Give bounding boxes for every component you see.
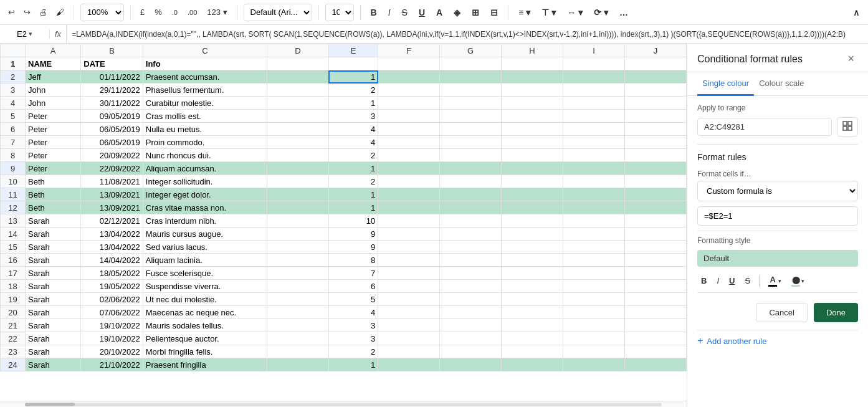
cell-E20[interactable]: 4 bbox=[328, 306, 378, 319]
cell-A13[interactable]: Sarah bbox=[26, 214, 81, 227]
cell-F1[interactable] bbox=[378, 57, 440, 70]
cell-C14[interactable]: Mauris cursus augue. bbox=[143, 227, 267, 241]
cell-E23[interactable]: 2 bbox=[328, 345, 378, 358]
fmt-bold-button[interactable]: B bbox=[697, 274, 710, 287]
cell-G24[interactable] bbox=[440, 358, 502, 371]
text-wrap-button[interactable]: ⟳ ▾ bbox=[590, 6, 612, 19]
cell-G2[interactable] bbox=[440, 70, 502, 84]
cell-D17[interactable] bbox=[267, 267, 328, 280]
cell-C12[interactable]: Cras vitae massa non. bbox=[143, 201, 267, 214]
cell-D15[interactable] bbox=[267, 241, 328, 254]
col-header-J[interactable]: J bbox=[624, 44, 686, 57]
cell-A3[interactable]: John bbox=[26, 84, 81, 97]
cell-J13[interactable] bbox=[624, 214, 686, 227]
currency-button[interactable]: £ bbox=[137, 6, 148, 19]
cell-E4[interactable]: 1 bbox=[328, 97, 378, 110]
cell-B20[interactable]: 07/06/2022 bbox=[81, 306, 143, 319]
cell-J12[interactable] bbox=[624, 201, 686, 214]
formula-value-input[interactable] bbox=[697, 206, 858, 226]
cell-A15[interactable]: Sarah bbox=[26, 241, 81, 254]
underline-button[interactable]: U bbox=[415, 6, 429, 19]
col-header-G[interactable]: G bbox=[440, 44, 502, 57]
number-format-button[interactable]: 123 ▾ bbox=[204, 6, 230, 19]
cell-G7[interactable] bbox=[440, 136, 502, 149]
cell-E1[interactable] bbox=[328, 57, 378, 70]
cell-F2[interactable] bbox=[378, 70, 440, 84]
cell-G22[interactable] bbox=[440, 332, 502, 345]
grid-container[interactable]: A B C D E F G H I J 1NAMEDATEInfo2Jeff01… bbox=[0, 44, 687, 401]
more-button[interactable]: … bbox=[616, 6, 632, 19]
cell-G3[interactable] bbox=[440, 84, 502, 97]
cell-D23[interactable] bbox=[267, 345, 328, 358]
tab-colour-scale[interactable]: Colour scale bbox=[754, 72, 809, 96]
cell-G15[interactable] bbox=[440, 241, 502, 254]
cell-B1[interactable]: DATE bbox=[81, 57, 143, 70]
cell-J19[interactable] bbox=[624, 293, 686, 306]
fmt-italic-button[interactable]: I bbox=[713, 274, 723, 287]
cell-G12[interactable] bbox=[440, 201, 502, 214]
cell-H16[interactable] bbox=[502, 254, 563, 267]
percent-button[interactable]: % bbox=[151, 6, 165, 19]
cell-J1[interactable] bbox=[624, 57, 686, 70]
h-scrollbar-thumb[interactable] bbox=[25, 403, 75, 406]
cell-D5[interactable] bbox=[267, 110, 328, 123]
cell-I11[interactable] bbox=[563, 188, 625, 201]
cell-H6[interactable] bbox=[502, 123, 563, 136]
cell-C4[interactable]: Curabitur molestie. bbox=[143, 97, 267, 110]
collapse-button[interactable]: ∧ bbox=[849, 6, 863, 19]
cell-J24[interactable] bbox=[624, 358, 686, 371]
cell-B7[interactable]: 06/05/2019 bbox=[81, 136, 143, 149]
cell-I6[interactable] bbox=[563, 123, 625, 136]
cell-A11[interactable]: Beth bbox=[26, 188, 81, 201]
cell-D1[interactable] bbox=[267, 57, 328, 70]
cell-A2[interactable]: Jeff bbox=[26, 70, 81, 84]
cell-H18[interactable] bbox=[502, 280, 563, 293]
cell-G21[interactable] bbox=[440, 319, 502, 332]
cell-C10[interactable]: Integer sollicitudin. bbox=[143, 175, 267, 188]
valign-button[interactable]: ⊤ ▾ bbox=[538, 6, 560, 19]
cell-J9[interactable] bbox=[624, 162, 686, 175]
cell-E16[interactable]: 8 bbox=[328, 254, 378, 267]
cell-D2[interactable] bbox=[267, 70, 328, 84]
cell-H5[interactable] bbox=[502, 110, 563, 123]
cancel-button[interactable]: Cancel bbox=[756, 303, 807, 322]
cell-A1[interactable]: NAME bbox=[26, 57, 81, 70]
cell-J2[interactable] bbox=[624, 70, 686, 84]
cell-C8[interactable]: Nunc rhoncus dui. bbox=[143, 149, 267, 162]
cell-J17[interactable] bbox=[624, 267, 686, 280]
cell-H7[interactable] bbox=[502, 136, 563, 149]
cell-E9[interactable]: 1 bbox=[328, 162, 378, 175]
cell-C21[interactable]: Mauris sodales tellus. bbox=[143, 319, 267, 332]
cell-C11[interactable]: Integer eget dolor. bbox=[143, 188, 267, 201]
cell-E8[interactable]: 2 bbox=[328, 149, 378, 162]
cell-E6[interactable]: 4 bbox=[328, 123, 378, 136]
cell-B5[interactable]: 09/05/2019 bbox=[81, 110, 143, 123]
cell-J4[interactable] bbox=[624, 97, 686, 110]
bold-button[interactable]: B bbox=[367, 6, 381, 19]
cell-G1[interactable] bbox=[440, 57, 502, 70]
fmt-strikethrough-button[interactable]: S bbox=[741, 274, 754, 287]
cell-F19[interactable] bbox=[378, 293, 440, 306]
cell-D19[interactable] bbox=[267, 293, 328, 306]
cell-A14[interactable]: Sarah bbox=[26, 227, 81, 241]
cell-I2[interactable] bbox=[563, 70, 625, 84]
cell-reference[interactable]: E2 ▾ bbox=[0, 29, 50, 39]
cell-C22[interactable]: Pellentesque auctor. bbox=[143, 332, 267, 345]
cell-I4[interactable] bbox=[563, 97, 625, 110]
cell-D10[interactable] bbox=[267, 175, 328, 188]
cell-J14[interactable] bbox=[624, 227, 686, 241]
cell-A22[interactable]: Sarah bbox=[26, 332, 81, 345]
print-button[interactable]: 🖨 bbox=[36, 6, 50, 19]
cell-F9[interactable] bbox=[378, 162, 440, 175]
cell-B4[interactable]: 30/11/2022 bbox=[81, 97, 143, 110]
col-header-F[interactable]: F bbox=[378, 44, 440, 57]
cell-H23[interactable] bbox=[502, 345, 563, 358]
cell-G17[interactable] bbox=[440, 267, 502, 280]
cell-D8[interactable] bbox=[267, 149, 328, 162]
cell-H15[interactable] bbox=[502, 241, 563, 254]
font-family-select[interactable]: Default (Ari... bbox=[244, 4, 312, 21]
cell-F7[interactable] bbox=[378, 136, 440, 149]
cell-A9[interactable]: Peter bbox=[26, 162, 81, 175]
cell-I12[interactable] bbox=[563, 201, 625, 214]
cell-I7[interactable] bbox=[563, 136, 625, 149]
